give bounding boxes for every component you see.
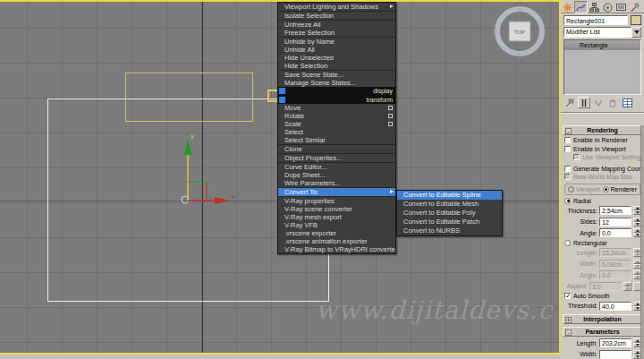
generate-mapping-coords-checkbox[interactable] [564,166,571,172]
tab-display[interactable] [614,1,628,13]
rectangular-radio[interactable] [564,240,571,246]
viewport-top[interactable]: y x TOP N S W E www.dijitaldevs.c Viewpo… [0,0,561,355]
object-color-swatch[interactable] [631,15,641,25]
menu-item-unhide-by-name[interactable]: Unhide by Name [278,38,395,46]
object-name-field[interactable]: Rectangle001 [564,15,628,25]
menu-item-curve-editor[interactable]: Curve Editor... [278,163,395,171]
menu-item-vrscene-animation-exporter[interactable]: .vrscene animation exporter [278,237,395,245]
enable-in-viewport-checkbox[interactable] [564,146,571,152]
display-icon [616,3,626,13]
menu-item-object-properties[interactable]: Object Properties... [278,154,395,162]
parameters-rollout-header[interactable]: - Parameters [563,327,642,337]
menu-item-hide-selection[interactable]: Hide Selection [278,62,395,70]
aspect-row: Aspect: 3,0 [561,281,644,293]
3dsmax-window: y x TOP N S W E www.dijitaldevs.c Viewpo… [0,0,644,359]
menu-item-vray-scene-converter[interactable]: V-Ray scene converter [278,205,395,213]
menu-item-vray-properties[interactable]: V-Ray properties [278,197,395,205]
parameters-length-input[interactable]: 203,2cm [599,338,631,347]
threshold-input[interactable]: 40,0 [599,302,631,311]
command-panel: Rectangle001 Modifier List Rectangle - R… [561,0,644,359]
pin-icon [565,98,574,107]
viewcube-north-label: N [518,7,521,13]
modify-icon [576,3,586,13]
menu-item-isolate-selection[interactable]: Isolate Selection [278,12,395,20]
real-world-map-size-checkbox [564,174,571,180]
transform-gizmo[interactable]: y x [165,130,250,210]
viewport-radio-item: Viewport [568,186,600,192]
menu-item-hide-unselected[interactable]: Hide Unselected [278,54,395,62]
menu-item-select-similar[interactable]: Select Similar [278,136,395,144]
quad-menu: Viewport Lighting and Shadows Isolate Se… [277,2,396,254]
x-axis-label: x [232,192,235,201]
tab-motion[interactable] [601,1,614,13]
menu-item-wire-parameters[interactable]: Wire Parameters... [278,179,395,187]
auto-smooth-checkbox[interactable] [564,293,571,299]
settings-box-icon[interactable] [388,106,393,110]
menu-item-unfreeze-all[interactable]: Unfreeze All [278,21,395,29]
menu-item-manage-scene-states[interactable]: Manage Scene States... [278,79,395,87]
menu-item-viewport-lighting-and-shadows[interactable]: Viewport Lighting and Shadows [278,3,395,11]
menu-item-save-scene-state[interactable]: Save Scene State... [278,71,395,79]
enable-in-renderer-row: Enable In Renderer [561,136,644,145]
submenu-item-convert-to-nurbs[interactable]: Convert to NURBS [397,227,502,235]
make-unique-button[interactable] [592,97,605,108]
settings-box-icon[interactable] [388,114,393,118]
submenu-item-convert-to-editable-spline[interactable]: Convert to Editable Spline [397,191,502,200]
tab-modify[interactable] [574,1,588,13]
quad-header-transform[interactable]: transform [278,96,395,105]
menu-item-scale[interactable]: Scale [278,120,395,128]
tab-utilities[interactable] [628,1,641,13]
pin-stack-button[interactable] [564,97,576,108]
configure-modifier-sets-button[interactable] [621,97,633,108]
sides-input[interactable]: 12 [599,218,631,227]
menu-item-vray-mesh-export[interactable]: V-Ray mesh export [278,213,395,221]
menu-item-unhide-all[interactable]: Unhide All [278,46,395,54]
angle-input[interactable]: 0,0 [599,228,631,237]
menu-item-vray-vfb[interactable]: V-Ray VFB [278,221,395,229]
renderer-radio[interactable] [603,186,609,192]
utilities-icon [630,3,640,13]
remove-modifier-button[interactable] [606,97,619,108]
quad-header-display[interactable]: display [278,87,395,96]
menu-item-vray-bitmap-to-vrayhdri[interactable]: V-Ray Bitmap to VRayHDRI converter [278,245,395,253]
viewcube-face-label: TOP [514,30,525,35]
yellow-rectangle-shape[interactable] [125,73,253,122]
radial-radio[interactable] [564,198,571,204]
panel-scrollbar[interactable] [640,125,644,359]
modifier-list-value: Modifier List [564,27,631,38]
object-name-row: Rectangle001 [561,13,644,26]
aspect-spinner [623,282,631,291]
stack-item-rectangle[interactable]: Rectangle [564,40,640,50]
menu-item-dope-sheet[interactable]: Dope Sheet... [278,171,395,179]
tab-create[interactable] [561,1,574,13]
menu-item-freeze-selection[interactable]: Freeze Selection [278,29,395,37]
interpolation-rollout-header[interactable]: + Interpolation [563,314,642,324]
menu-item-clone[interactable]: Clone [278,145,395,153]
dropdown-button[interactable] [631,27,641,38]
y-axis-label: y [191,132,194,140]
parameters-width-input[interactable] [599,350,631,359]
rendering-rollout-header[interactable]: - Rendering [563,125,642,135]
menu-item-convert-to[interactable]: Convert To: [278,188,395,196]
menu-item-vrscene-exporter[interactable]: .vrscene exporter [278,229,395,237]
tab-hierarchy[interactable] [588,1,601,13]
settings-box-icon[interactable] [388,122,393,126]
modifier-stack-toolbar [561,95,644,110]
menu-item-move[interactable]: Move [278,104,395,112]
modifier-list-dropdown[interactable]: Modifier List [564,27,641,38]
enable-in-renderer-checkbox[interactable] [564,137,571,143]
show-end-result-button[interactable] [578,97,590,108]
collapse-icon: - [565,329,572,336]
menu-item-select[interactable]: Select [278,128,395,136]
watermark: www.dijitaldevs.c [316,295,557,336]
viewcube[interactable]: TOP N S W E [490,4,549,59]
use-viewport-settings-row: Use Viewport Settings [570,153,644,162]
rect-length-input: 15,24cm [599,248,631,257]
modifier-stack[interactable]: Rectangle [564,39,641,95]
motion-icon [603,3,613,13]
submenu-item-convert-to-editable-poly[interactable]: Convert to Editable Poly [397,209,502,218]
submenu-item-convert-to-editable-mesh[interactable]: Convert to Editable Mesh [397,200,502,209]
thickness-input[interactable]: 2,54cm [599,206,631,215]
submenu-item-convert-to-editable-patch[interactable]: Convert to Editable Patch [397,218,502,227]
menu-item-rotate[interactable]: Rotate [278,112,395,120]
